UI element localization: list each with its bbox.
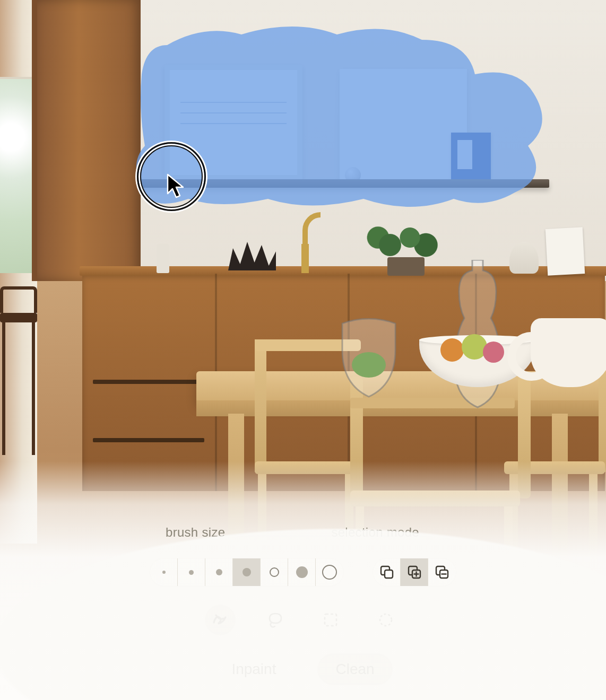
selection-subtract-icon: [435, 565, 449, 580]
brush-size-sm[interactable]: [178, 558, 205, 586]
dot-icon: [162, 571, 166, 574]
svg-point-0: [352, 352, 386, 378]
selection-mode-label: selection mode: [331, 525, 419, 540]
selection-mode-subtract[interactable]: [428, 558, 456, 586]
inpaint-button[interactable]: Inpaint: [213, 653, 294, 685]
clean-button[interactable]: Clean: [317, 653, 392, 685]
brush-size-xs[interactable]: [150, 558, 178, 586]
svg-rect-7: [325, 614, 336, 626]
selection-tool-row: [205, 605, 401, 635]
svg-rect-2: [385, 570, 393, 578]
circle-outline-icon: [322, 565, 337, 580]
editor-controls-panel: brush size selection mode: [0, 520, 606, 700]
dot-icon: [189, 570, 194, 575]
tool-brush[interactable]: [205, 605, 236, 635]
selection-new-icon: [379, 565, 394, 580]
brush-size-xl-outline[interactable]: [261, 558, 288, 586]
tool-ellipse-select[interactable]: [370, 605, 401, 635]
brush-size-picker: [150, 558, 344, 587]
tool-lasso[interactable]: [260, 605, 291, 635]
control-labels-row: brush size selection mode: [187, 525, 419, 540]
svg-point-8: [380, 614, 392, 626]
scribble-icon: [211, 611, 229, 629]
brush-size-label: brush size: [166, 525, 225, 540]
selection-mode-picker: [373, 558, 456, 587]
selection-mode-new[interactable]: [373, 558, 401, 586]
brush-size-md[interactable]: [205, 558, 233, 586]
ellipse-select-icon: [377, 611, 394, 628]
selection-mode-add[interactable]: [401, 558, 428, 586]
brush-size-xxl[interactable]: [316, 558, 343, 586]
lasso-icon: [266, 611, 284, 629]
brush-size-lg[interactable]: [233, 558, 261, 586]
circle-outline-icon: [270, 567, 279, 577]
dot-icon: [296, 566, 308, 578]
dot-icon: [243, 568, 251, 576]
action-row: Inpaint Clean: [213, 653, 392, 685]
dot-icon: [216, 569, 222, 575]
tool-rectangle-select[interactable]: [315, 605, 346, 635]
brush-size-xl[interactable]: [288, 558, 316, 586]
rectangle-select-icon: [323, 612, 339, 628]
selection-add-icon: [407, 565, 422, 580]
editor-canvas-stage: brush size selection mode: [0, 0, 606, 700]
